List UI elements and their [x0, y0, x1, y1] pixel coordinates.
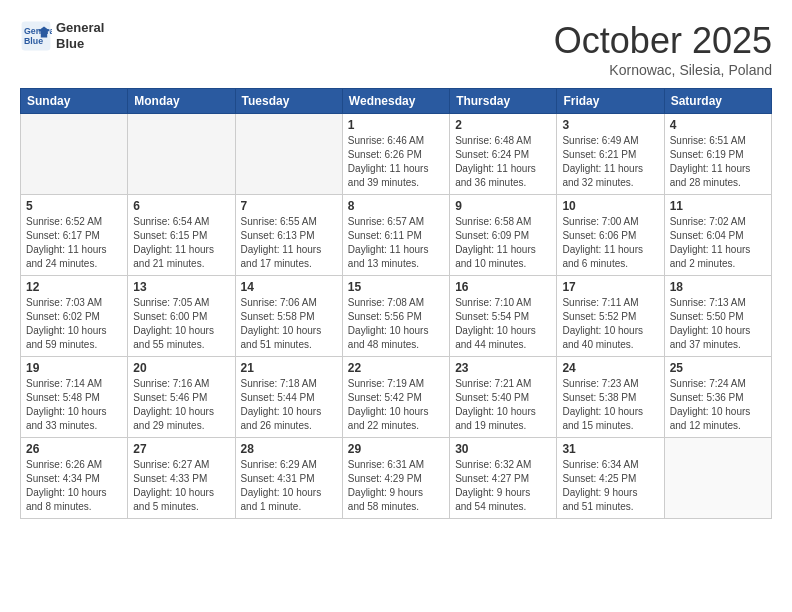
calendar-cell: 16Sunrise: 7:10 AM Sunset: 5:54 PM Dayli…: [450, 276, 557, 357]
calendar-cell: 22Sunrise: 7:19 AM Sunset: 5:42 PM Dayli…: [342, 357, 449, 438]
day-number: 30: [455, 442, 551, 456]
calendar-cell: 29Sunrise: 6:31 AM Sunset: 4:29 PM Dayli…: [342, 438, 449, 519]
day-number: 31: [562, 442, 658, 456]
calendar-cell: 26Sunrise: 6:26 AM Sunset: 4:34 PM Dayli…: [21, 438, 128, 519]
day-number: 29: [348, 442, 444, 456]
day-number: 18: [670, 280, 766, 294]
day-info: Sunrise: 6:46 AM Sunset: 6:26 PM Dayligh…: [348, 134, 444, 190]
day-number: 3: [562, 118, 658, 132]
calendar-cell: 5Sunrise: 6:52 AM Sunset: 6:17 PM Daylig…: [21, 195, 128, 276]
day-number: 26: [26, 442, 122, 456]
calendar-week-row: 19Sunrise: 7:14 AM Sunset: 5:48 PM Dayli…: [21, 357, 772, 438]
day-info: Sunrise: 6:55 AM Sunset: 6:13 PM Dayligh…: [241, 215, 337, 271]
day-info: Sunrise: 6:54 AM Sunset: 6:15 PM Dayligh…: [133, 215, 229, 271]
calendar-week-row: 1Sunrise: 6:46 AM Sunset: 6:26 PM Daylig…: [21, 114, 772, 195]
day-number: 16: [455, 280, 551, 294]
day-info: Sunrise: 6:51 AM Sunset: 6:19 PM Dayligh…: [670, 134, 766, 190]
calendar-cell: 30Sunrise: 6:32 AM Sunset: 4:27 PM Dayli…: [450, 438, 557, 519]
day-number: 10: [562, 199, 658, 213]
calendar-week-row: 12Sunrise: 7:03 AM Sunset: 6:02 PM Dayli…: [21, 276, 772, 357]
location: Kornowac, Silesia, Poland: [554, 62, 772, 78]
day-number: 21: [241, 361, 337, 375]
day-info: Sunrise: 6:34 AM Sunset: 4:25 PM Dayligh…: [562, 458, 658, 514]
calendar-cell: 8Sunrise: 6:57 AM Sunset: 6:11 PM Daylig…: [342, 195, 449, 276]
day-of-week-header: Tuesday: [235, 89, 342, 114]
day-number: 8: [348, 199, 444, 213]
day-of-week-header: Friday: [557, 89, 664, 114]
day-number: 13: [133, 280, 229, 294]
calendar-cell: 13Sunrise: 7:05 AM Sunset: 6:00 PM Dayli…: [128, 276, 235, 357]
calendar-cell: 1Sunrise: 6:46 AM Sunset: 6:26 PM Daylig…: [342, 114, 449, 195]
calendar-cell: 31Sunrise: 6:34 AM Sunset: 4:25 PM Dayli…: [557, 438, 664, 519]
calendar-week-row: 26Sunrise: 6:26 AM Sunset: 4:34 PM Dayli…: [21, 438, 772, 519]
day-number: 4: [670, 118, 766, 132]
calendar-cell: 9Sunrise: 6:58 AM Sunset: 6:09 PM Daylig…: [450, 195, 557, 276]
calendar-cell: 25Sunrise: 7:24 AM Sunset: 5:36 PM Dayli…: [664, 357, 771, 438]
calendar-cell: [128, 114, 235, 195]
day-info: Sunrise: 7:10 AM Sunset: 5:54 PM Dayligh…: [455, 296, 551, 352]
day-number: 1: [348, 118, 444, 132]
calendar-cell: 17Sunrise: 7:11 AM Sunset: 5:52 PM Dayli…: [557, 276, 664, 357]
calendar-cell: [664, 438, 771, 519]
calendar-cell: [235, 114, 342, 195]
calendar-cell: 11Sunrise: 7:02 AM Sunset: 6:04 PM Dayli…: [664, 195, 771, 276]
day-number: 19: [26, 361, 122, 375]
day-info: Sunrise: 7:06 AM Sunset: 5:58 PM Dayligh…: [241, 296, 337, 352]
calendar-cell: [21, 114, 128, 195]
day-number: 17: [562, 280, 658, 294]
calendar-cell: 27Sunrise: 6:27 AM Sunset: 4:33 PM Dayli…: [128, 438, 235, 519]
day-number: 28: [241, 442, 337, 456]
day-info: Sunrise: 7:00 AM Sunset: 6:06 PM Dayligh…: [562, 215, 658, 271]
day-of-week-header: Thursday: [450, 89, 557, 114]
calendar-cell: 14Sunrise: 7:06 AM Sunset: 5:58 PM Dayli…: [235, 276, 342, 357]
day-number: 9: [455, 199, 551, 213]
day-info: Sunrise: 6:27 AM Sunset: 4:33 PM Dayligh…: [133, 458, 229, 514]
month-title: October 2025: [554, 20, 772, 62]
calendar-cell: 10Sunrise: 7:00 AM Sunset: 6:06 PM Dayli…: [557, 195, 664, 276]
day-number: 2: [455, 118, 551, 132]
calendar-cell: 7Sunrise: 6:55 AM Sunset: 6:13 PM Daylig…: [235, 195, 342, 276]
calendar-cell: 12Sunrise: 7:03 AM Sunset: 6:02 PM Dayli…: [21, 276, 128, 357]
day-info: Sunrise: 6:57 AM Sunset: 6:11 PM Dayligh…: [348, 215, 444, 271]
day-info: Sunrise: 7:02 AM Sunset: 6:04 PM Dayligh…: [670, 215, 766, 271]
logo-icon: General Blue: [20, 20, 52, 52]
day-of-week-header: Monday: [128, 89, 235, 114]
day-info: Sunrise: 7:08 AM Sunset: 5:56 PM Dayligh…: [348, 296, 444, 352]
day-number: 11: [670, 199, 766, 213]
day-info: Sunrise: 7:13 AM Sunset: 5:50 PM Dayligh…: [670, 296, 766, 352]
day-info: Sunrise: 7:19 AM Sunset: 5:42 PM Dayligh…: [348, 377, 444, 433]
day-info: Sunrise: 7:05 AM Sunset: 6:00 PM Dayligh…: [133, 296, 229, 352]
day-info: Sunrise: 6:52 AM Sunset: 6:17 PM Dayligh…: [26, 215, 122, 271]
logo-text: General Blue: [56, 20, 104, 51]
svg-text:General: General: [24, 26, 52, 36]
calendar-cell: 4Sunrise: 6:51 AM Sunset: 6:19 PM Daylig…: [664, 114, 771, 195]
calendar-cell: 21Sunrise: 7:18 AM Sunset: 5:44 PM Dayli…: [235, 357, 342, 438]
day-info: Sunrise: 6:49 AM Sunset: 6:21 PM Dayligh…: [562, 134, 658, 190]
day-info: Sunrise: 6:31 AM Sunset: 4:29 PM Dayligh…: [348, 458, 444, 514]
calendar-cell: 18Sunrise: 7:13 AM Sunset: 5:50 PM Dayli…: [664, 276, 771, 357]
day-info: Sunrise: 7:11 AM Sunset: 5:52 PM Dayligh…: [562, 296, 658, 352]
day-number: 6: [133, 199, 229, 213]
day-of-week-header: Wednesday: [342, 89, 449, 114]
calendar-week-row: 5Sunrise: 6:52 AM Sunset: 6:17 PM Daylig…: [21, 195, 772, 276]
calendar-cell: 3Sunrise: 6:49 AM Sunset: 6:21 PM Daylig…: [557, 114, 664, 195]
calendar: SundayMondayTuesdayWednesdayThursdayFrid…: [20, 88, 772, 519]
day-info: Sunrise: 6:29 AM Sunset: 4:31 PM Dayligh…: [241, 458, 337, 514]
day-of-week-header: Saturday: [664, 89, 771, 114]
calendar-cell: 6Sunrise: 6:54 AM Sunset: 6:15 PM Daylig…: [128, 195, 235, 276]
day-number: 7: [241, 199, 337, 213]
calendar-cell: 19Sunrise: 7:14 AM Sunset: 5:48 PM Dayli…: [21, 357, 128, 438]
day-info: Sunrise: 7:21 AM Sunset: 5:40 PM Dayligh…: [455, 377, 551, 433]
day-number: 20: [133, 361, 229, 375]
title-block: October 2025 Kornowac, Silesia, Poland: [554, 20, 772, 78]
page-header: General Blue General Blue October 2025 K…: [20, 20, 772, 78]
day-info: Sunrise: 6:32 AM Sunset: 4:27 PM Dayligh…: [455, 458, 551, 514]
day-number: 12: [26, 280, 122, 294]
day-info: Sunrise: 7:23 AM Sunset: 5:38 PM Dayligh…: [562, 377, 658, 433]
day-number: 5: [26, 199, 122, 213]
day-info: Sunrise: 7:14 AM Sunset: 5:48 PM Dayligh…: [26, 377, 122, 433]
day-number: 15: [348, 280, 444, 294]
day-of-week-header: Sunday: [21, 89, 128, 114]
day-info: Sunrise: 7:16 AM Sunset: 5:46 PM Dayligh…: [133, 377, 229, 433]
svg-text:Blue: Blue: [24, 36, 43, 46]
